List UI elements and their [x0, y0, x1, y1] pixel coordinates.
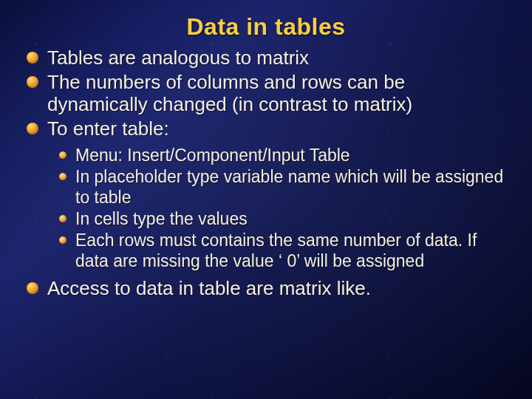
bullet-text: In cells type the values: [75, 209, 248, 228]
bullet-list-level1: Tables are analogous to matrix The numbe…: [22, 47, 510, 140]
slide: Data in tables Tables are analogous to m…: [0, 0, 532, 399]
list-item: To enter table:: [27, 117, 510, 140]
bullet-text: Menu: Insert/Component/Input Table: [75, 146, 350, 165]
bullet-list-level1-continued: Access to data in table are matrix like.: [22, 277, 510, 300]
list-item: Tables are analogous to matrix: [27, 47, 510, 69]
bullet-text: Each rows must contains the same number …: [75, 231, 477, 270]
bullet-text: The numbers of columns and rows can be d…: [47, 71, 412, 116]
bullet-text: In placeholder type variable name which …: [75, 167, 503, 207]
bullet-text: Tables are analogous to matrix: [47, 47, 309, 69]
list-item: Each rows must contains the same number …: [59, 230, 510, 271]
list-item: Access to data in table are matrix like.: [27, 277, 510, 300]
list-item: Menu: Insert/Component/Input Table: [59, 145, 510, 166]
bullet-text: To enter table:: [47, 117, 169, 140]
list-item: In placeholder type variable name which …: [59, 166, 510, 208]
slide-title: Data in tables: [22, 13, 510, 41]
list-item: The numbers of columns and rows can be d…: [27, 71, 510, 116]
list-item: In cells type the values: [59, 208, 510, 229]
bullet-list-level2: Menu: Insert/Component/Input Table In pl…: [22, 145, 510, 271]
bullet-text: Access to data in table are matrix like.: [47, 277, 371, 299]
